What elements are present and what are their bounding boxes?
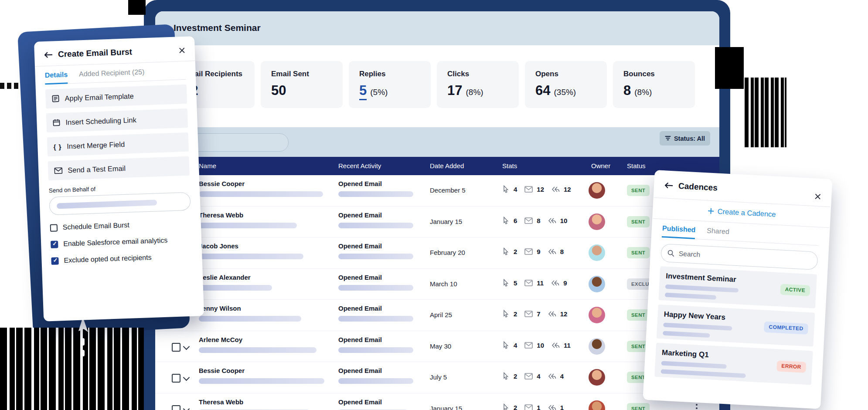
name-skeleton (199, 316, 301, 322)
skeleton-bar (665, 285, 739, 293)
divider (35, 61, 195, 67)
table-row[interactable]: Jenny Wilson Opened Email April 25 2 7 1… (155, 300, 719, 331)
row-name: Bessie Cooper (199, 367, 245, 374)
avatar (589, 182, 605, 199)
row-checkbox[interactable] (172, 405, 180, 410)
table-row[interactable]: Theresa Webb Opened Email January 15 6 8… (155, 207, 719, 238)
tab-published[interactable]: Published (662, 224, 696, 239)
stat-value: 17 (447, 83, 462, 98)
create-cadence-button[interactable]: Create a Cadence (663, 204, 820, 221)
activity-skeleton (338, 316, 413, 322)
glitch-notch (128, 0, 146, 15)
row-checkbox[interactable] (172, 374, 180, 383)
tab-added-recipient[interactable]: Added Recipient (25) (79, 68, 145, 83)
status-badge: SENT (627, 216, 650, 227)
schedule-email-burst-row[interactable]: Schedule Email Burst (50, 219, 191, 232)
close-icon[interactable] (179, 47, 186, 54)
clicks-count: 2 (514, 373, 517, 380)
cursor-icon (502, 403, 510, 410)
stat-label: Email Sent (271, 70, 309, 78)
status-filter-label: Status: All (674, 135, 705, 142)
emails-count: 12 (537, 186, 544, 193)
emails-count: 10 (537, 342, 544, 349)
replies-count: 12 (560, 310, 568, 318)
status-filter-button[interactable]: Status: All (660, 131, 710, 146)
insert-merge-field-item[interactable]: { } Insert Merge Field (47, 132, 189, 156)
envelope-icon (524, 248, 533, 255)
clicks-count: 4 (514, 186, 517, 193)
table-row[interactable]: Jacob Jones Opened Email February 20 2 9… (155, 237, 719, 269)
replies-count: 1 (560, 404, 564, 410)
cadence-status-badge: ERROR (776, 360, 807, 373)
table-row[interactable]: Bessie Cooper Opened Email July 5 2 4 4 … (155, 362, 719, 393)
cadences-panel: Cadences Create a Cadence Published Shar… (643, 170, 832, 409)
row-stats: 4 10 11 (502, 341, 574, 349)
search-placeholder: Search (679, 250, 701, 259)
reply-all-icon (548, 404, 556, 410)
insert-scheduling-link-item[interactable]: Insert Scheduling Link (46, 108, 188, 132)
back-arrow-icon[interactable] (664, 182, 674, 189)
table-header: Name Recent Activity Date Added Stats Ow… (155, 157, 719, 175)
cadence-item[interactable]: Marketing Q1 ERROR (654, 343, 813, 385)
stat-value: 50 (271, 83, 286, 98)
close-icon[interactable] (814, 193, 821, 200)
stat-card-bounces: Bounces 8 (8%) (613, 61, 695, 108)
input-skeleton (57, 200, 157, 209)
replies-count: 8 (560, 248, 564, 255)
back-arrow-icon[interactable] (44, 51, 53, 59)
chevron-down-icon[interactable] (183, 374, 190, 381)
table-row[interactable]: Theresa Webb Opened Email January 15 2 1… (155, 393, 719, 410)
page-title: Investment Seminar (174, 23, 261, 33)
envelope-icon (524, 342, 533, 349)
emails-count: 1 (537, 404, 540, 410)
reply-all-icon (548, 373, 556, 380)
row-menu-icon[interactable] (696, 404, 698, 406)
stat-value-link[interactable]: 5 (359, 83, 367, 100)
reply-all-icon (551, 280, 559, 286)
stat-label: Clicks (447, 70, 469, 78)
main-panel: Investment Seminar Email Recipients 32 E… (155, 11, 719, 410)
cursor-icon (502, 310, 510, 318)
checkbox-unchecked[interactable] (50, 224, 58, 232)
glitch-band-bottom-left (0, 328, 144, 410)
emails-count: 9 (537, 248, 540, 255)
avatar (589, 276, 605, 292)
tab-shared[interactable]: Shared (706, 227, 729, 241)
table-row[interactable]: Arlene McCoy Opened Email May 30 4 10 11… (155, 331, 719, 363)
exclude-opted-out-row[interactable]: Exclude opted out recipients (51, 252, 192, 265)
checkbox-checked[interactable] (51, 241, 58, 248)
checkbox-label: Enable Salesforce email analytics (63, 237, 168, 248)
row-activity: Opened Email (338, 367, 382, 374)
send-on-behalf-input[interactable] (49, 192, 191, 215)
cursor-icon (502, 341, 510, 349)
row-date: May 30 (430, 342, 451, 350)
cadence-item[interactable]: Happy New Years COMPLETED (657, 305, 815, 347)
envelope-icon (524, 373, 533, 380)
activity-skeleton (338, 285, 413, 291)
row-name: Jacob Jones (199, 242, 238, 250)
row-checkbox[interactable] (172, 343, 180, 352)
replies-count: 4 (560, 373, 564, 380)
screenshot-canvas: Investment Seminar Email Recipients 32 E… (0, 0, 868, 410)
col-stats: Stats (502, 162, 517, 169)
checkbox-label: Schedule Email Burst (63, 221, 130, 231)
cadence-item[interactable]: Investment Seminar ACTIVE (658, 266, 817, 308)
chevron-down-icon[interactable] (183, 343, 190, 350)
row-activity: Opened Email (338, 180, 382, 187)
enable-salesforce-analytics-row[interactable]: Enable Salesforce email analytics (51, 236, 192, 248)
envelope-icon (54, 167, 63, 174)
item-label: Insert Scheduling Link (65, 115, 136, 126)
cursor-icon (502, 217, 510, 225)
reply-all-icon (548, 217, 556, 224)
row-date: February 20 (430, 249, 465, 256)
table-row[interactable]: Bessie Cooper Opened Email December 5 4 … (155, 175, 719, 207)
checkbox-label: Exclude opted out recipients (64, 254, 152, 264)
send-test-email-item[interactable]: Send a Test Email (48, 156, 190, 180)
checkbox-checked[interactable] (51, 257, 59, 265)
cadence-search-input[interactable]: Search (660, 244, 818, 270)
chevron-down-icon[interactable] (183, 405, 190, 410)
apply-email-template-item[interactable]: Apply Email Template (45, 85, 187, 108)
table-row[interactable]: Leslie Alexander Opened Email March 10 5… (155, 269, 719, 300)
tab-details[interactable]: Details (44, 71, 68, 85)
status-badge: SENT (627, 309, 650, 321)
